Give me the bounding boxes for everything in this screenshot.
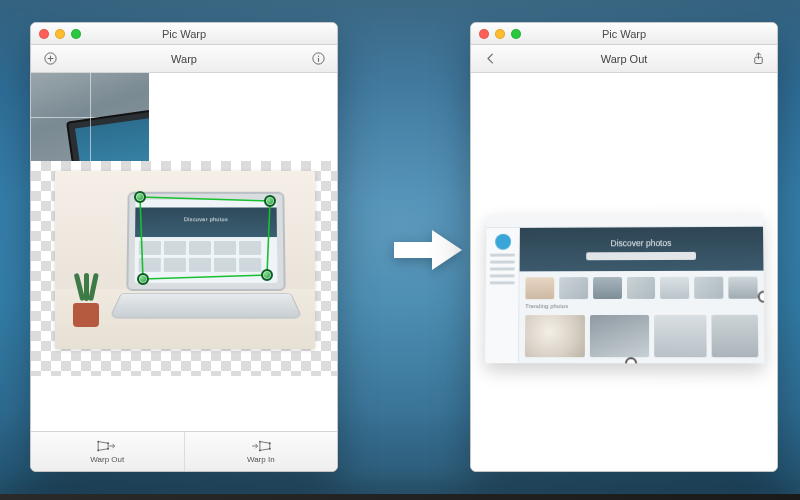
result-content: Discover photos Trending photos bbox=[471, 73, 777, 471]
svg-point-14 bbox=[259, 441, 261, 443]
mock-browser-bar bbox=[486, 213, 763, 228]
info-button[interactable] bbox=[309, 50, 327, 68]
warp-canvas[interactable]: Discover photos bbox=[31, 161, 337, 376]
crop-handle-right[interactable] bbox=[758, 291, 765, 303]
gallery-tile bbox=[712, 315, 759, 357]
screen-headline: Discover photos bbox=[135, 216, 277, 222]
info-circle-icon bbox=[311, 51, 326, 66]
bottom-toolbar: Warp Out Warp In bbox=[31, 431, 337, 471]
plus-circle-icon bbox=[43, 51, 58, 66]
warp-in-icon bbox=[250, 439, 272, 453]
close-window-button[interactable] bbox=[479, 29, 489, 39]
warp-handle-top-right[interactable] bbox=[264, 195, 276, 207]
warp-out-button[interactable]: Warp Out bbox=[31, 432, 184, 471]
svg-point-9 bbox=[107, 442, 109, 444]
gallery-thumb bbox=[525, 277, 554, 299]
svg-point-15 bbox=[269, 442, 271, 444]
minimize-window-button[interactable] bbox=[495, 29, 505, 39]
arrow-right-icon bbox=[388, 222, 468, 278]
share-icon bbox=[751, 51, 766, 66]
crop-handle-bottom[interactable] bbox=[625, 357, 637, 363]
mock-search bbox=[586, 252, 696, 260]
warp-in-button[interactable]: Warp In bbox=[185, 432, 338, 471]
window-warp-result: Pic Warp Warp Out bbox=[470, 22, 778, 472]
mock-sidebar bbox=[485, 228, 520, 363]
source-thumbnail[interactable] bbox=[31, 73, 149, 161]
gallery-tile bbox=[590, 315, 650, 357]
warp-out-icon bbox=[96, 439, 118, 453]
gallery-section-label: Trending photos bbox=[525, 303, 758, 309]
avatar bbox=[495, 234, 511, 250]
svg-point-10 bbox=[107, 448, 109, 450]
minimize-window-button[interactable] bbox=[55, 29, 65, 39]
app-showcase-stage: Pic Warp Warp bbox=[0, 0, 800, 500]
zoom-window-button[interactable] bbox=[511, 29, 521, 39]
warp-handle-top-left[interactable] bbox=[134, 191, 146, 203]
gallery-thumb bbox=[660, 277, 689, 299]
photo-plant bbox=[75, 273, 99, 307]
titlebar: Pic Warp bbox=[471, 23, 777, 45]
gallery-thumb bbox=[694, 277, 723, 299]
warp-out-label: Warp Out bbox=[90, 455, 124, 464]
zoom-window-button[interactable] bbox=[71, 29, 81, 39]
window-controls bbox=[479, 29, 521, 39]
close-window-button[interactable] bbox=[39, 29, 49, 39]
transition-arrow bbox=[388, 222, 468, 278]
share-button[interactable] bbox=[749, 50, 767, 68]
mock-hero: Discover photos bbox=[520, 227, 764, 272]
svg-point-4 bbox=[317, 55, 318, 56]
svg-marker-13 bbox=[260, 442, 270, 451]
window-warp-editor: Pic Warp Warp bbox=[30, 22, 338, 472]
toolbar-title: Warp Out bbox=[471, 53, 777, 65]
gallery-thumb bbox=[728, 277, 757, 299]
add-image-button[interactable] bbox=[41, 50, 59, 68]
gallery-thumb bbox=[627, 277, 656, 299]
gallery-tile bbox=[525, 315, 585, 357]
toolbar: Warp bbox=[31, 45, 337, 73]
back-chevron-icon bbox=[483, 51, 498, 66]
photo-laptop: Discover photos bbox=[121, 191, 291, 329]
svg-marker-7 bbox=[98, 442, 108, 451]
svg-point-8 bbox=[98, 441, 100, 443]
thumbnail-graphic bbox=[66, 105, 149, 161]
gallery-tile bbox=[655, 315, 707, 357]
gallery-thumb bbox=[593, 277, 622, 299]
titlebar: Pic Warp bbox=[31, 23, 337, 45]
result-headline: Discover photos bbox=[611, 238, 672, 248]
photo-pot bbox=[73, 303, 99, 327]
canvas-image[interactable]: Discover photos bbox=[55, 171, 315, 349]
empty-area bbox=[31, 376, 337, 431]
svg-point-17 bbox=[259, 450, 261, 452]
editor-content: Discover photos bbox=[31, 73, 337, 471]
toolbar: Warp Out bbox=[471, 45, 777, 73]
window-controls bbox=[39, 29, 81, 39]
warp-in-label: Warp In bbox=[247, 455, 275, 464]
svg-point-16 bbox=[269, 448, 271, 450]
mock-gallery: Trending photos bbox=[519, 271, 765, 364]
warped-output-image[interactable]: Discover photos Trending photos bbox=[485, 213, 764, 363]
back-button[interactable] bbox=[481, 50, 499, 68]
gallery-thumb bbox=[559, 277, 588, 299]
toolbar-title: Warp bbox=[31, 53, 337, 65]
warp-handle-bottom-left[interactable] bbox=[137, 273, 149, 285]
warp-handle-bottom-right[interactable] bbox=[261, 269, 273, 281]
svg-point-11 bbox=[98, 450, 100, 452]
